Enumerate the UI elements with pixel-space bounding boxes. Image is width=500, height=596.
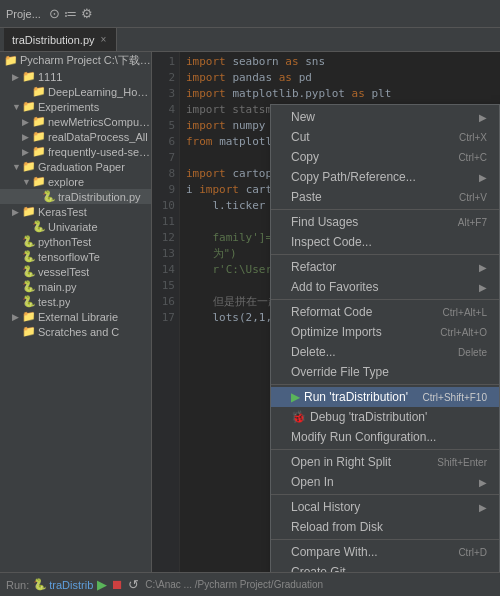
cm-item-compare[interactable]: Compare With... Ctrl+D — [271, 542, 499, 562]
cm-item-find-usages[interactable]: Find Usages Alt+F7 — [271, 212, 499, 232]
cm-section-6: Open in Right Split Shift+Enter Open In … — [271, 450, 499, 495]
submenu-arrow: ▶ — [479, 262, 487, 273]
output-path-inline: C:\Anac ... /Pycharm Project/Graduation — [145, 579, 323, 590]
cm-item-cut[interactable]: Cut Ctrl+X — [271, 127, 499, 147]
cm-label: Reload from Disk — [291, 520, 383, 534]
tree-label: frequently-used-sentence — [48, 146, 151, 158]
cm-item-delete[interactable]: Delete... Delete — [271, 342, 499, 362]
code-editor[interactable]: 1234 5678 9101112 1314151617 import seab… — [152, 52, 500, 572]
tree-item-graduation[interactable]: ▼ 📁 Graduation Paper — [0, 159, 151, 174]
tree-item-tradistribution[interactable]: 🐍 traDistribution.py — [0, 189, 151, 204]
project-label: Pycharm Project C:\下载\Pyc — [20, 53, 151, 68]
shortcut-label: Ctrl+V — [459, 192, 487, 203]
cm-item-reload[interactable]: Reload from Disk — [271, 517, 499, 537]
folder-icon: 📁 — [22, 325, 36, 338]
cm-label: Refactor — [291, 260, 336, 274]
arrow-icon: ▶ — [12, 72, 22, 82]
shortcut-label: Ctrl+Alt+O — [440, 327, 487, 338]
tree-item-external-libs[interactable]: ▶ 📁 External Librarie — [0, 309, 151, 324]
py-icon: 🐍 — [32, 220, 46, 233]
cm-label: Open in Right Split — [291, 455, 391, 469]
run-filename: traDistrib — [49, 579, 93, 591]
tree-item-test[interactable]: 🐍 test.py — [0, 294, 151, 309]
tree-label: 1111 — [38, 71, 62, 83]
tree-item-experiments[interactable]: ▼ 📁 Experiments — [0, 99, 151, 114]
cm-item-copy-path[interactable]: Copy Path/Reference... ▶ — [271, 167, 499, 187]
play-button[interactable]: ▶ — [97, 577, 107, 592]
tree-item-1111[interactable]: ▶ 📁 1111 — [0, 69, 151, 84]
cm-label: Copy — [291, 150, 319, 164]
cm-item-create-git[interactable]: Create Git... — [271, 562, 499, 572]
cm-item-debug[interactable]: 🐞 Debug 'traDistribution' — [271, 407, 499, 427]
shortcut-label: Delete — [458, 347, 487, 358]
tree-label: Univariate — [48, 221, 98, 233]
tree-label: Experiments — [38, 101, 99, 113]
tab-traDistribution[interactable]: traDistribution.py × — [4, 28, 117, 51]
folder-icon: 📁 — [22, 310, 36, 323]
tree-item-main[interactable]: 🐍 main.py — [0, 279, 151, 294]
cm-item-copy[interactable]: Copy Ctrl+C — [271, 147, 499, 167]
tree-label: explore — [48, 176, 84, 188]
cm-item-inspect-code[interactable]: Inspect Code... — [271, 232, 499, 252]
tree-label: vesselTest — [38, 266, 89, 278]
debug-icon: 🐞 — [291, 410, 306, 424]
tree-item-univariate[interactable]: 🐍 Univariate — [0, 219, 151, 234]
tree-item-scratches[interactable]: 📁 Scratches and C — [0, 324, 151, 339]
project-header: 📁 Pycharm Project C:\下载\Pyc — [0, 52, 151, 69]
tree-item-realdata[interactable]: ▶ 📁 realDataProcess_All — [0, 129, 151, 144]
folder-icon: 📁 — [32, 85, 46, 98]
cm-section-4: Reformat Code Ctrl+Alt+L Optimize Import… — [271, 300, 499, 385]
tree-item-keras[interactable]: ▶ 📁 KerasTest — [0, 204, 151, 219]
cm-item-reformat[interactable]: Reformat Code Ctrl+Alt+L — [271, 302, 499, 322]
cm-item-run[interactable]: ▶ Run 'traDistribution' Ctrl+Shift+F10 — [271, 387, 499, 407]
tree-item-frequently[interactable]: ▶ 📁 frequently-used-sentence — [0, 144, 151, 159]
rerun-button[interactable]: ↺ — [128, 577, 139, 592]
project-title: Proje... — [6, 8, 41, 20]
submenu-arrow: ▶ — [479, 172, 487, 183]
tree-item-tensorflow[interactable]: 🐍 tensorflowTe — [0, 249, 151, 264]
cm-item-new[interactable]: New ▶ — [271, 107, 499, 127]
folder-icon: 📁 — [22, 205, 36, 218]
cm-item-open-in[interactable]: Open In ▶ — [271, 472, 499, 492]
cm-item-refactor[interactable]: Refactor ▶ — [271, 257, 499, 277]
cm-label: Create Git... — [291, 565, 356, 572]
arrow-icon: ▼ — [12, 102, 22, 112]
arrow-icon: ▼ — [12, 162, 22, 172]
shortcut-label: Shift+Enter — [437, 457, 487, 468]
py-icon: 🐍 — [22, 250, 36, 263]
settings-icon[interactable]: ⚙ — [81, 6, 93, 21]
run-icon-small: 🐍 — [33, 578, 47, 591]
tree-item-vesseltest[interactable]: 🐍 vesselTest — [0, 264, 151, 279]
cm-item-modify-run[interactable]: Modify Run Configuration... — [271, 427, 499, 447]
project-icon: 📁 — [4, 54, 18, 67]
folder-icon: 📁 — [22, 100, 36, 113]
submenu-arrow: ▶ — [479, 112, 487, 123]
folder-icon: 📁 — [32, 175, 46, 188]
tree-label: newMetricsComputeTest — [48, 116, 151, 128]
folder-icon: 📁 — [32, 130, 46, 143]
cm-label: Inspect Code... — [291, 235, 372, 249]
cm-label: Open In — [291, 475, 334, 489]
cm-item-local-history[interactable]: Local History ▶ — [271, 497, 499, 517]
cm-label: Cut — [291, 130, 310, 144]
cm-item-optimize[interactable]: Optimize Imports Ctrl+Alt+O — [271, 322, 499, 342]
menu-icon[interactable]: ⊙ — [49, 6, 60, 21]
cm-item-add-favorites[interactable]: Add to Favorites ▶ — [271, 277, 499, 297]
cm-item-open-right[interactable]: Open in Right Split Shift+Enter — [271, 452, 499, 472]
tree-label: DeepLearning_Homework — [48, 86, 151, 98]
cm-label: Add to Favorites — [291, 280, 378, 294]
layout-icon[interactable]: ≔ — [64, 6, 77, 21]
tree-item-explore[interactable]: ▼ 📁 explore — [0, 174, 151, 189]
tree-item-pythontest[interactable]: 🐍 pythonTest — [0, 234, 151, 249]
tab-label: traDistribution.py — [12, 34, 95, 46]
stop-button[interactable]: ⏹ — [111, 577, 124, 592]
cm-label: Override File Type — [291, 365, 389, 379]
cm-item-override-file[interactable]: Override File Type — [271, 362, 499, 382]
cm-item-paste[interactable]: Paste Ctrl+V — [271, 187, 499, 207]
cm-label: Local History — [291, 500, 360, 514]
tree-label: tensorflowTe — [38, 251, 100, 263]
tab-close-icon[interactable]: × — [101, 34, 107, 45]
tree-item-deeplearning[interactable]: 📁 DeepLearning_Homework — [0, 84, 151, 99]
tree-item-newmetrics[interactable]: ▶ 📁 newMetricsComputeTest — [0, 114, 151, 129]
cm-label: Paste — [291, 190, 322, 204]
